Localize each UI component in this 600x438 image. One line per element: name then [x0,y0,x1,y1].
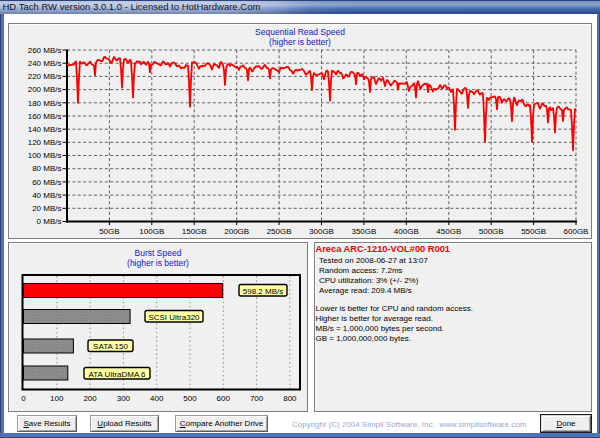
svg-text:60 MB/s: 60 MB/s [32,178,61,187]
svg-text:700: 700 [250,394,264,403]
svg-text:140 MB/s: 140 MB/s [28,125,62,134]
svg-text:100: 100 [50,394,64,403]
svg-text:400GB: 400GB [394,227,419,236]
svg-text:80 MB/s: 80 MB/s [32,164,61,173]
svg-text:150GB: 150GB [182,227,207,236]
svg-text:20 MB/s: 20 MB/s [32,204,61,213]
svg-text:0 MB/s: 0 MB/s [37,217,62,226]
svg-text:500GB: 500GB [479,227,504,236]
svg-text:300: 300 [117,394,131,403]
svg-text:200 MB/s: 200 MB/s [28,85,62,94]
svg-text:0: 0 [21,394,26,403]
svg-text:600: 600 [217,394,231,403]
svg-text:50GB: 50GB [99,227,119,236]
svg-text:SCSI Ultra320: SCSI Ultra320 [148,313,200,322]
svg-text:550GB: 550GB [521,227,546,236]
svg-text:220 MB/s: 220 MB/s [28,72,62,81]
svg-text:600GB: 600GB [564,227,589,236]
svg-text:450GB: 450GB [436,227,461,236]
svg-text:260 MB/s: 260 MB/s [28,46,62,55]
svg-text:ATA UltraDMA 6: ATA UltraDMA 6 [88,370,146,379]
svg-text:300GB: 300GB [309,227,334,236]
svg-text:160 MB/s: 160 MB/s [28,112,62,121]
svg-text:250GB: 250GB [267,227,292,236]
svg-text:100GB: 100GB [139,227,164,236]
svg-text:100 MB/s: 100 MB/s [28,151,62,160]
svg-text:120 MB/s: 120 MB/s [28,138,62,147]
svg-text:800: 800 [283,394,297,403]
svg-text:350GB: 350GB [351,227,376,236]
svg-text:400: 400 [150,394,164,403]
svg-text:200GB: 200GB [224,227,249,236]
svg-text:200: 200 [83,394,97,403]
svg-text:240 MB/s: 240 MB/s [28,59,62,68]
svg-text:598.2 MB/s: 598.2 MB/s [243,287,283,296]
svg-text:500: 500 [183,394,197,403]
svg-text:180 MB/s: 180 MB/s [28,99,62,108]
svg-text:SATA 150: SATA 150 [93,342,128,351]
svg-text:40 MB/s: 40 MB/s [32,191,61,200]
